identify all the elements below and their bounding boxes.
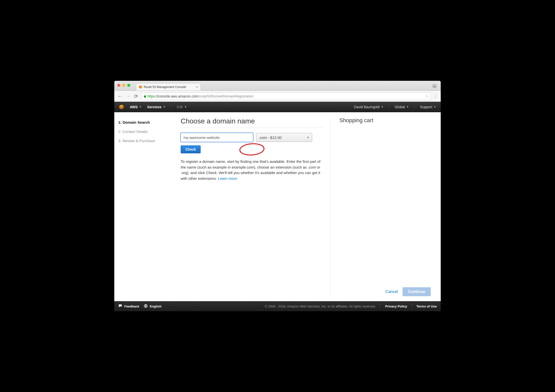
svg-point-3: [435, 86, 436, 88]
tab-title: Route 53 Management Console: [144, 85, 195, 89]
chevron-down-icon: ▼: [163, 105, 165, 108]
account-menu[interactable]: David Baumgold▼: [354, 105, 384, 109]
minimize-window-icon[interactable]: [122, 84, 125, 87]
learn-more-link[interactable]: Learn more.: [218, 176, 238, 181]
language-selector[interactable]: English: [144, 304, 161, 309]
speech-bubble-icon: [118, 304, 122, 309]
svg-rect-4: [144, 96, 146, 98]
page-content: 1: Domain Search 2: Contact Details 3: R…: [114, 112, 441, 301]
reload-button[interactable]: ⟳: [133, 93, 139, 99]
edit-menu[interactable]: Edit▼: [177, 105, 187, 109]
divider: [412, 303, 412, 309]
browser-tab[interactable]: Route 53 Management Console ×: [136, 83, 201, 91]
chevron-down-icon: ▼: [434, 105, 436, 108]
tld-selected-value: .com - $12.00: [259, 135, 282, 140]
chevron-down-icon: ▼: [184, 105, 187, 108]
chevron-down-icon: ▼: [406, 105, 409, 108]
copyright-text: © 2008 - 2016, Amazon Web Services, Inc.…: [265, 304, 376, 308]
chevron-down-icon: ▼: [139, 105, 142, 108]
address-bar[interactable]: https://console.aws.amazon.com/route53/h…: [141, 93, 431, 100]
divider: [389, 104, 389, 110]
divider: [171, 104, 171, 110]
page-title: Choose a domain name: [181, 117, 323, 125]
incognito-icon: [432, 83, 437, 90]
lock-icon: [143, 95, 146, 98]
browser-toolbar: ← → ⟳ https://console.aws.amazon.com/rou…: [114, 91, 441, 102]
close-window-icon[interactable]: [117, 84, 120, 87]
divider: [181, 128, 323, 128]
wizard-step-domain-search[interactable]: 1: Domain Search: [117, 118, 174, 127]
forward-button: →: [125, 93, 131, 99]
feedback-link[interactable]: Feedback: [118, 304, 139, 309]
bookmark-star-icon[interactable]: ☆: [425, 94, 428, 98]
aws-header: AWS▼ Services▼ Edit▼ David Baumgold▼ Glo…: [114, 102, 441, 112]
support-menu[interactable]: Support▼: [420, 105, 436, 109]
cancel-button[interactable]: Cancel: [386, 290, 398, 294]
svg-point-2: [433, 86, 434, 88]
browser-window: Route 53 Management Console × ← → ⟳ http…: [114, 81, 441, 311]
privacy-policy-link[interactable]: Privacy Policy: [385, 304, 407, 308]
close-tab-icon[interactable]: ×: [196, 85, 198, 89]
back-button[interactable]: ←: [117, 93, 123, 99]
window-traffic-lights: [117, 84, 130, 87]
shopping-cart-title: Shopping cart: [339, 117, 403, 124]
continue-button[interactable]: Continue: [403, 287, 431, 296]
chevron-down-icon: ▼: [307, 136, 309, 139]
svg-point-8: [240, 143, 265, 156]
aws-menu[interactable]: AWS▼: [130, 105, 142, 109]
wizard-step-review-purchase[interactable]: 3: Review & Purchase: [117, 136, 174, 145]
help-text: To register a domain name, start by find…: [181, 159, 323, 181]
domain-name-input[interactable]: [181, 133, 253, 142]
wizard-step-contact-details[interactable]: 2: Contact Details: [117, 127, 174, 136]
terms-of-use-link[interactable]: Terms of Use: [416, 304, 437, 308]
check-button[interactable]: Check: [181, 145, 201, 153]
wizard-sidebar: 1: Domain Search 2: Contact Details 3: R…: [114, 112, 174, 301]
globe-icon: [144, 304, 148, 309]
zoom-window-icon[interactable]: [127, 84, 130, 87]
aws-cube-icon[interactable]: [119, 104, 124, 110]
divider: [380, 303, 381, 309]
divider: [414, 104, 415, 110]
titlebar: Route 53 Management Console ×: [114, 81, 441, 91]
aws-favicon-icon: [139, 85, 142, 89]
services-menu[interactable]: Services▼: [147, 105, 166, 109]
aws-footer: Feedback English © 2008 - 2016, Amazon W…: [114, 301, 441, 311]
browser-menu-icon[interactable]: ⋮: [433, 94, 438, 99]
region-menu[interactable]: Global▼: [395, 105, 409, 109]
url-text: https://console.aws.amazon.com/route53/h…: [147, 94, 254, 98]
tld-select[interactable]: .com - $12.00 ▼: [256, 133, 312, 142]
chevron-down-icon: ▼: [381, 105, 384, 108]
